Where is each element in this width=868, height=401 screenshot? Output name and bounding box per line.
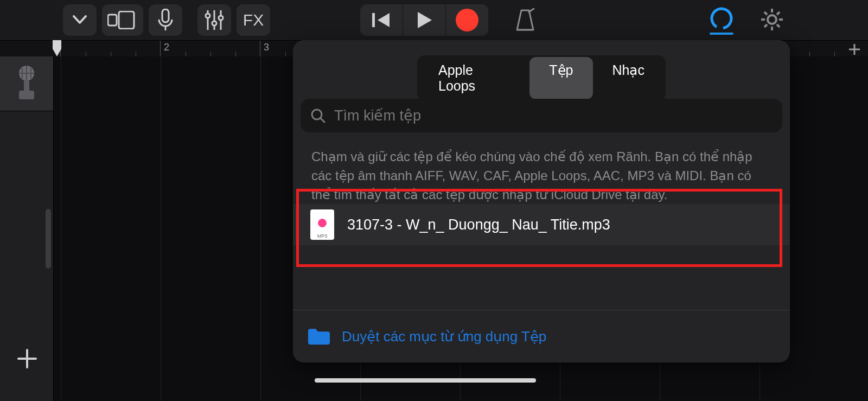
play-button[interactable] (403, 4, 446, 36)
fx-button[interactable]: FX (237, 4, 270, 36)
plus-icon (848, 43, 860, 55)
browse-files-row[interactable]: Duyệt các mục từ ứng dụng Tệp (293, 310, 790, 362)
rewind-button[interactable] (360, 4, 403, 36)
add-track-button[interactable] (12, 343, 42, 374)
toolbar-group-left: FX (63, 4, 270, 36)
record-button[interactable] (446, 4, 488, 36)
svg-rect-26 (24, 80, 29, 92)
tracks-view-button[interactable] (102, 4, 143, 36)
track-header-audio[interactable] (0, 56, 53, 111)
skip-back-icon (371, 11, 392, 29)
settings-button[interactable] (756, 4, 788, 35)
svg-rect-0 (108, 15, 117, 26)
home-indicator (315, 378, 536, 383)
svg-point-9 (219, 16, 223, 20)
hint-text: Chạm và giữ các tệp để kéo chúng vào chế… (311, 148, 770, 204)
svg-rect-1 (119, 11, 134, 29)
svg-point-13 (709, 7, 734, 32)
track-scrollbar-thumb[interactable] (46, 209, 51, 269)
file-row[interactable]: MP3 3107-3 - W_n_ Duongg_ Nau_ Titie.mp3 (293, 204, 790, 245)
add-ruler-button[interactable] (846, 41, 863, 58)
sliders-icon (204, 9, 225, 31)
playhead[interactable] (52, 40, 62, 56)
microphone-icon (157, 9, 174, 31)
tab-apple-loops[interactable]: Apple Loops (419, 57, 529, 99)
svg-point-8 (212, 21, 216, 26)
tab-files[interactable]: Tệp (529, 57, 592, 99)
gear-icon (760, 8, 784, 31)
plus-icon (16, 348, 38, 370)
record-mic-button[interactable] (149, 4, 182, 36)
metronome-button[interactable] (510, 5, 540, 36)
loop-active-indicator (710, 33, 733, 35)
svg-line-19 (764, 12, 767, 15)
ruler-number: 3 (264, 42, 269, 53)
search-icon (310, 108, 326, 123)
record-icon (456, 9, 478, 31)
mp3-file-icon: MP3 (310, 209, 334, 240)
svg-rect-27 (19, 91, 34, 99)
svg-point-7 (206, 14, 210, 18)
svg-rect-2 (162, 9, 169, 22)
browser-tabs: Apple Loops Tệp Nhạc (417, 55, 666, 101)
search-field-wrap[interactable] (301, 99, 782, 132)
folder-icon (307, 328, 330, 345)
mixer-button[interactable] (197, 4, 231, 36)
file-browser-panel: Apple Loops Tệp Nhạc Chạm và giữ các tệp… (293, 40, 790, 362)
tracks-view-icon (107, 11, 138, 29)
loop-icon (709, 7, 734, 32)
svg-line-20 (777, 24, 780, 27)
file-name-label: 3107-3 - W_n_ Duongg_ Nau_ Titie.mp3 (347, 217, 610, 233)
svg-rect-10 (372, 13, 375, 27)
svg-point-14 (768, 15, 776, 24)
svg-line-22 (764, 24, 767, 27)
chevron-down-icon (73, 15, 87, 25)
ruler-number: 2 (164, 42, 169, 53)
loop-browser-button[interactable] (705, 4, 738, 35)
svg-line-21 (777, 12, 780, 15)
play-icon (416, 11, 433, 29)
tracks-dropdown-button[interactable] (63, 4, 97, 36)
top-toolbar: FX (0, 0, 868, 40)
microphone-track-icon (15, 65, 39, 103)
search-input[interactable] (333, 107, 773, 125)
svg-line-31 (321, 118, 324, 122)
transport-group (360, 4, 488, 36)
tab-music[interactable]: Nhạc (593, 57, 664, 99)
metronome-icon (514, 8, 537, 33)
browse-files-label: Duyệt các mục từ ứng dụng Tệp (342, 328, 546, 345)
